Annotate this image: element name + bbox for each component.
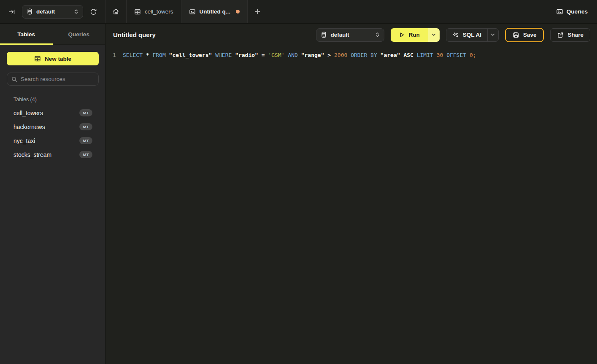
collapse-sidebar-icon (8, 8, 15, 15)
chevron-down-icon (432, 33, 436, 36)
table-list-item-cell_towers[interactable]: cell_towersMT (0, 106, 105, 120)
refresh-button[interactable] (87, 6, 99, 18)
save-button[interactable]: Save (505, 28, 544, 42)
table-engine-badge: MT (79, 151, 92, 159)
topbar-right-section: Queries (556, 0, 597, 23)
sidebar-tab-queries[interactable]: Queries (53, 24, 105, 44)
query-toolbar-controls: default Run (316, 28, 590, 42)
new-table-button[interactable]: New table (7, 52, 99, 65)
save-button-label: Save (523, 32, 537, 38)
query-database-selector[interactable]: default (316, 28, 384, 42)
search-icon (11, 76, 17, 82)
sql-editor[interactable]: 1 SELECT * FROM "cell_towers" WHERE "rad… (106, 46, 597, 59)
queries-terminal-icon (556, 8, 563, 15)
topbar-database-selector-value: default (36, 8, 55, 15)
table-name: nyc_taxi (14, 138, 35, 144)
table-engine-badge: MT (79, 109, 92, 117)
query-database-selector-value: default (330, 32, 349, 38)
save-floppy-icon (513, 32, 519, 38)
database-icon (27, 8, 33, 15)
table-name: hackernews (14, 124, 45, 130)
topbar-left-section: default (0, 0, 105, 23)
sql-ai-button[interactable]: SQL AI (446, 29, 487, 41)
refresh-icon (90, 8, 97, 15)
run-options-button[interactable] (428, 28, 440, 42)
sidebar: Tables Queries New table Tabl (0, 24, 105, 364)
share-button[interactable]: Share (550, 28, 590, 42)
run-split-button: Run (391, 28, 439, 42)
sidebar-tabs: Tables Queries (0, 24, 105, 45)
run-button-label: Run (408, 32, 419, 38)
sidebar-tab-tables[interactable]: Tables (0, 24, 53, 44)
play-icon (399, 32, 405, 38)
sql-code-line: SELECT * FROM "cell_towers" WHERE "radio… (123, 51, 476, 59)
tab-cell-towers[interactable]: cell_towers (127, 0, 181, 23)
table-grid-icon (34, 55, 41, 62)
sql-ai-options-button[interactable] (487, 29, 498, 41)
unsaved-changes-dot (236, 10, 240, 13)
table-name: cell_towers (14, 110, 43, 116)
new-tab-button[interactable] (248, 0, 267, 23)
tabstrip: cell_towers Untitled q... (105, 0, 267, 23)
search-resources-input[interactable] (21, 76, 94, 82)
run-button[interactable]: Run (391, 28, 428, 42)
query-pane: Untitled query default (106, 24, 597, 364)
table-engine-badge: MT (79, 137, 92, 145)
query-title: Untitled query (113, 31, 156, 38)
collapse-sidebar-button[interactable] (6, 6, 18, 18)
topbar: default (0, 0, 597, 24)
database-icon (321, 32, 327, 38)
share-button-label: Share (567, 32, 583, 38)
tab-cell-towers-label: cell_towers (145, 8, 173, 15)
sparkles-icon (452, 32, 459, 38)
sidebar-tab-tables-label: Tables (17, 31, 35, 38)
sidebar-tab-queries-label: Queries (68, 31, 89, 38)
query-terminal-icon (189, 8, 196, 15)
sql-ai-split-button: SQL AI (446, 28, 499, 42)
tables-section-label: Tables (4) (14, 97, 98, 102)
line-number: 1 (106, 51, 123, 59)
tab-untitled-query-label: Untitled q... (200, 8, 231, 15)
table-list-item-nyc_taxi[interactable]: nyc_taxiMT (0, 134, 105, 148)
queries-button[interactable]: Queries (556, 8, 588, 15)
chevron-down-icon (491, 33, 495, 36)
table-list-item-hackernews[interactable]: hackernewsMT (0, 120, 105, 134)
share-external-link-icon (557, 32, 564, 38)
chevron-up-down-icon (74, 9, 78, 14)
table-engine-badge: MT (79, 123, 92, 131)
query-toolbar: Untitled query default (106, 24, 597, 46)
topbar-database-selector[interactable]: default (22, 5, 83, 19)
tab-home[interactable] (105, 0, 127, 23)
queries-button-label: Queries (567, 8, 588, 15)
tab-untitled-query[interactable]: Untitled q... (181, 0, 248, 23)
table-list: cell_towersMThackernewsMTnyc_taxiMTstock… (0, 106, 105, 162)
plus-icon (254, 8, 261, 15)
table-list-item-stocks_stream[interactable]: stocks_streamMT (0, 148, 105, 162)
home-icon (112, 8, 119, 15)
search-resources-box (7, 73, 99, 86)
app-root: default (0, 0, 597, 364)
table-name: stocks_stream (14, 151, 51, 158)
chevron-up-down-icon (375, 32, 380, 38)
new-table-button-label: New table (45, 56, 71, 62)
table-icon (134, 8, 141, 15)
sql-ai-button-label: SQL AI (463, 32, 481, 38)
